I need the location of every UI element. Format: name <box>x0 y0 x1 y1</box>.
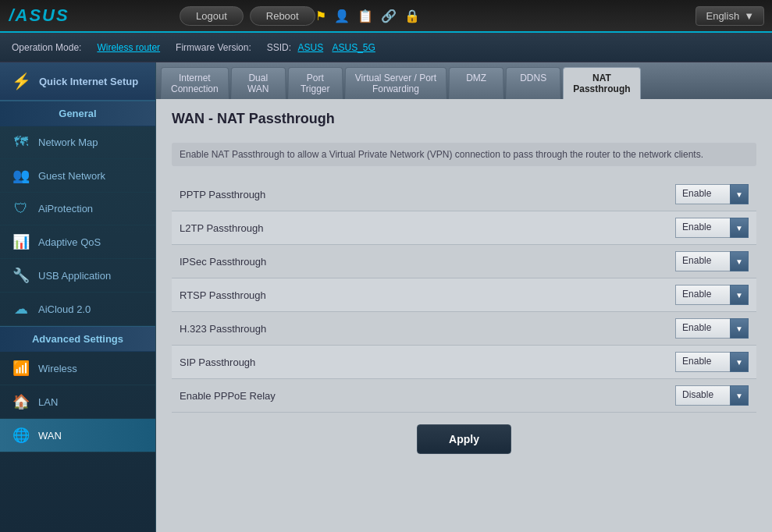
h323-dropdown-btn[interactable]: ▼ <box>730 318 749 339</box>
page-description: Enable NAT Passthrough to allow a Virtua… <box>172 143 756 166</box>
pptp-value: Enable <box>675 184 730 204</box>
settings-row-rtsp: RTSP Passthrough Enable ▼ <box>172 278 756 312</box>
pptp-label: PPTP Passthrough <box>180 189 675 200</box>
settings-row-pppoe: Enable PPPoE Relay Disable ▼ <box>172 379 756 413</box>
sip-label: SIP Passthrough <box>180 356 675 368</box>
sidebar-item-label-network-map: Network Map <box>38 137 98 148</box>
apply-button[interactable]: Apply <box>417 424 511 454</box>
logo-text: /ASUS <box>9 5 69 26</box>
status-bar: Operation Mode: Wireless router Firmware… <box>0 33 772 62</box>
pppoe-arrow-icon: ▼ <box>735 392 743 400</box>
pptp-dropdown-btn[interactable]: ▼ <box>730 184 749 204</box>
sip-arrow-icon: ▼ <box>735 358 743 367</box>
quick-setup-icon: ⚡ <box>12 72 31 90</box>
ipsec-control: Enable ▼ <box>675 251 749 271</box>
l2tp-control: Enable ▼ <box>675 218 749 238</box>
sidebar-item-label-aicloud: AiCloud 2.0 <box>38 303 91 315</box>
sip-control: Enable ▼ <box>675 352 749 372</box>
tab-internet-connection[interactable]: InternetConnection <box>161 67 229 99</box>
page-title: WAN - NAT Passthrough <box>172 111 756 133</box>
content-area: InternetConnection DualWAN PortTrigger V… <box>156 62 772 532</box>
rtsp-dropdown-btn[interactable]: ▼ <box>730 285 749 305</box>
tab-dmz[interactable]: DMZ <box>449 67 503 99</box>
language-label: English <box>706 10 739 22</box>
tab-dual-wan[interactable]: DualWAN <box>231 67 286 99</box>
lock-icon[interactable]: 🔒 <box>404 9 420 23</box>
sidebar-item-wireless[interactable]: 📶 Wireless <box>0 352 155 385</box>
h323-arrow-icon: ▼ <box>735 325 743 333</box>
pppoe-dropdown-btn[interactable]: ▼ <box>730 385 749 406</box>
tab-nat-passthrough[interactable]: NATPassthrough <box>563 67 640 99</box>
top-icons: ⚑ 👤 📋 🔗 🔒 <box>315 9 420 23</box>
rtsp-value: Enable <box>675 285 730 305</box>
main-layout: ⚡ Quick Internet Setup General 🗺 Network… <box>0 62 772 532</box>
sidebar-item-wan[interactable]: 🌐 WAN <box>0 419 155 452</box>
link-icon[interactable]: 🔗 <box>381 9 397 23</box>
settings-row-pptp: PPTP Passthrough Enable ▼ <box>172 178 756 211</box>
aiprotection-icon: 🛡 <box>12 200 30 217</box>
tab-port-trigger[interactable]: PortTrigger <box>288 67 343 99</box>
ssid-5g-value[interactable]: ASUS_5G <box>333 42 375 53</box>
settings-row-ipsec: IPSec Passthrough Enable ▼ <box>172 245 756 278</box>
apply-section: Apply <box>172 413 756 462</box>
h323-control: Enable ▼ <box>675 318 749 339</box>
ipsec-label: IPSec Passthrough <box>180 256 675 268</box>
sidebar: ⚡ Quick Internet Setup General 🗺 Network… <box>0 62 156 532</box>
ssid-value[interactable]: ASUS <box>297 42 323 53</box>
sidebar-item-usb-application[interactable]: 🔧 USB Application <box>0 259 155 293</box>
sidebar-item-lan[interactable]: 🏠 LAN <box>0 385 155 419</box>
quick-setup-label: Quick Internet Setup <box>39 76 138 87</box>
sidebar-item-label-usb-application: USB Application <box>38 270 111 282</box>
chevron-down-icon: ▼ <box>744 10 754 22</box>
sidebar-item-aiprotection[interactable]: 🛡 AiProtection <box>0 193 155 225</box>
operation-mode-value[interactable]: Wireless router <box>97 42 160 53</box>
quick-internet-setup[interactable]: ⚡ Quick Internet Setup <box>0 62 155 101</box>
tabs-bar: InternetConnection DualWAN PortTrigger V… <box>156 62 772 99</box>
advanced-section-label: Advanced Settings <box>0 326 155 352</box>
wan-icon: 🌐 <box>12 427 30 444</box>
sidebar-item-adaptive-qos[interactable]: 📊 Adaptive QoS <box>0 225 155 259</box>
top-buttons: Logout Reboot <box>180 6 315 26</box>
sidebar-item-guest-network[interactable]: 👥 Guest Network <box>0 159 155 193</box>
sip-dropdown-btn[interactable]: ▼ <box>730 352 749 372</box>
ipsec-value: Enable <box>675 251 730 271</box>
wireless-icon: 📶 <box>12 360 30 377</box>
page-content: WAN - NAT Passthrough Enable NAT Passthr… <box>156 99 772 532</box>
guest-network-icon: 👥 <box>12 167 30 184</box>
aicloud-icon: ☁ <box>12 300 30 317</box>
sidebar-item-label-aiprotection: AiProtection <box>38 203 93 215</box>
settings-row-sip: SIP Passthrough Enable ▼ <box>172 346 756 379</box>
ipsec-dropdown-btn[interactable]: ▼ <box>730 251 749 271</box>
rtsp-label: RTSP Passthrough <box>180 289 675 301</box>
rtsp-control: Enable ▼ <box>675 285 749 305</box>
pppoe-value: Disable <box>675 385 730 406</box>
tab-virtual-server[interactable]: Virtual Server / PortForwarding <box>345 67 446 99</box>
pppoe-control: Disable ▼ <box>675 385 749 406</box>
top-bar: /ASUS Logout Reboot ⚑ 👤 📋 🔗 🔒 English ▼ <box>0 0 772 33</box>
h323-value: Enable <box>675 318 730 339</box>
pptp-arrow-icon: ▼ <box>735 190 743 199</box>
tab-ddns[interactable]: DDNS <box>506 67 560 99</box>
logout-button[interactable]: Logout <box>180 6 244 26</box>
reboot-button[interactable]: Reboot <box>250 6 315 26</box>
rtsp-arrow-icon: ▼ <box>735 291 743 300</box>
settings-row-l2tp: L2TP Passthrough Enable ▼ <box>172 211 756 245</box>
lan-icon: 🏠 <box>12 393 30 410</box>
operation-mode-label: Operation Mode: <box>12 42 81 53</box>
firmware-label: Firmware Version: <box>176 42 251 53</box>
pppoe-label: Enable PPPoE Relay <box>180 390 675 402</box>
l2tp-value: Enable <box>675 218 730 238</box>
network-map-icon: 🗺 <box>12 134 30 151</box>
clipboard-icon[interactable]: 📋 <box>358 9 373 23</box>
ssid-label: SSID: ASUS ASUS_5G <box>267 42 375 53</box>
sidebar-item-aicloud[interactable]: ☁ AiCloud 2.0 <box>0 293 155 326</box>
logo: /ASUS <box>8 4 70 27</box>
sidebar-item-network-map[interactable]: 🗺 Network Map <box>0 126 155 159</box>
l2tp-dropdown-btn[interactable]: ▼ <box>730 218 749 238</box>
user-icon[interactable]: 👤 <box>334 9 350 23</box>
h323-label: H.323 Passthrough <box>180 323 675 335</box>
notification-icon[interactable]: ⚑ <box>315 9 326 23</box>
general-section-label: General <box>0 101 155 126</box>
language-button[interactable]: English ▼ <box>696 6 764 26</box>
settings-row-h323: H.323 Passthrough Enable ▼ <box>172 312 756 346</box>
